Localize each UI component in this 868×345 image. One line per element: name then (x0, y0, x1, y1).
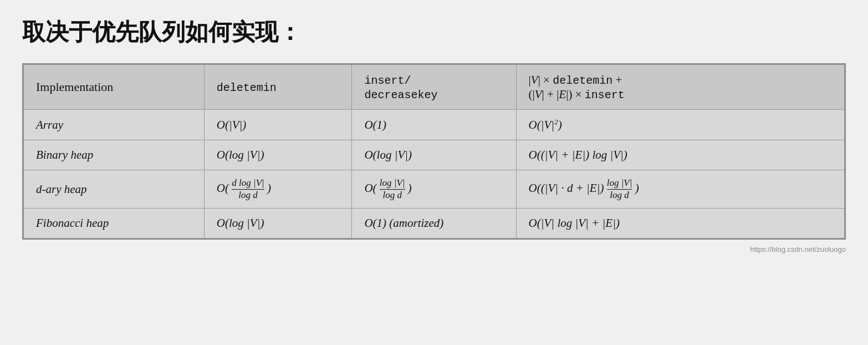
total-fibonacci-heap: O(|V| log |V| + |E|) (516, 209, 844, 239)
table-wrapper: Implementation deletemin insert/decrease… (22, 63, 846, 240)
table-row: d-ary heap O( d log |V| log d ) O( log |… (24, 170, 845, 209)
page-title: 取决于优先队列如何实现： (22, 17, 846, 48)
insert-array: O(1) (352, 110, 516, 140)
total-dary-heap: O((|V| · d + |E|) log |V| log d ) (516, 170, 844, 209)
table-header-row: Implementation deletemin insert/decrease… (24, 65, 845, 110)
watermark: https://blog.csdn.net/zuoluogo (22, 245, 846, 253)
impl-dary-heap: d-ary heap (24, 170, 205, 209)
header-implementation: Implementation (24, 65, 205, 110)
header-insert-decreasekey: insert/decreasekey (352, 65, 516, 110)
deletemin-fibonacci-heap: O(log |V|) (204, 209, 352, 239)
table-row: Binary heap O(log |V|) O(log |V|) O((|V|… (24, 140, 845, 170)
header-deletemin: deletemin (204, 65, 352, 110)
complexity-table: Implementation deletemin insert/decrease… (23, 64, 845, 239)
impl-fibonacci-heap: Fibonacci heap (24, 209, 205, 239)
insert-fibonacci-heap: O(1) (amortized) (352, 209, 516, 239)
header-total: |V| × deletemin + (|V| + |E|) × insert (516, 65, 844, 110)
impl-array: Array (24, 110, 205, 140)
insert-binary-heap: O(log |V|) (352, 140, 516, 170)
total-array: O(|V|2) (516, 110, 844, 140)
table-row: Fibonacci heap O(log |V|) O(1) (amortize… (24, 209, 845, 239)
deletemin-binary-heap: O(log |V|) (204, 140, 352, 170)
table-row: Array O(|V|) O(1) O(|V|2) (24, 110, 845, 140)
deletemin-dary-heap: O( d log |V| log d ) (204, 170, 352, 209)
impl-binary-heap: Binary heap (24, 140, 205, 170)
deletemin-array: O(|V|) (204, 110, 352, 140)
total-binary-heap: O((|V| + |E|) log |V|) (516, 140, 844, 170)
insert-dary-heap: O( log |V| log d ) (352, 170, 516, 209)
